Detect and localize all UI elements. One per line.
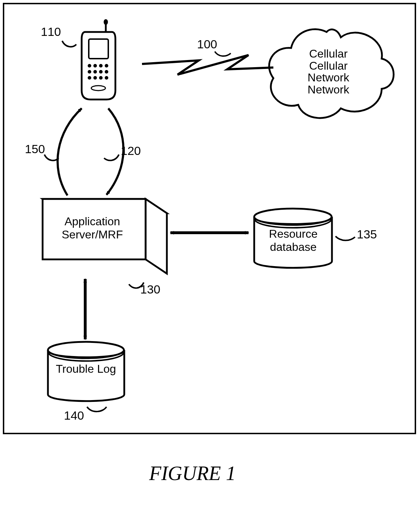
arrow-150	[58, 108, 82, 195]
svg-point-7	[105, 64, 108, 68]
svg-point-4	[88, 64, 91, 68]
label-150: 150	[25, 142, 45, 156]
app-server-text: Application Server/MRF	[46, 215, 138, 241]
label-120: 120	[121, 144, 141, 158]
cloud-text: Cellular Cellular Network Network	[289, 48, 367, 96]
svg-point-6	[99, 64, 103, 68]
svg-rect-3	[89, 39, 108, 59]
diagram-canvas: 110 100 150 120 130 135 140 Application …	[0, 0, 420, 517]
leader-135	[336, 236, 355, 241]
leader-110	[62, 41, 76, 47]
label-100: 100	[197, 37, 217, 51]
label-140: 140	[64, 409, 84, 422]
svg-point-12	[88, 76, 91, 80]
svg-point-10	[99, 70, 103, 74]
label-130: 130	[140, 282, 160, 296]
leader-140	[87, 407, 107, 411]
mobile-phone-icon	[82, 19, 115, 99]
svg-point-5	[93, 64, 97, 68]
svg-point-2	[104, 19, 108, 25]
leader-120	[104, 155, 119, 161]
figure-caption: FIGURE 1	[149, 462, 236, 485]
leader-150	[44, 155, 59, 161]
trouble-log-text: Trouble Log	[50, 362, 121, 376]
svg-point-15	[105, 76, 108, 80]
svg-point-14	[99, 76, 103, 80]
resource-db-text: Resource database	[258, 227, 329, 254]
svg-point-8	[88, 70, 91, 74]
svg-point-11	[105, 70, 108, 74]
signal-bolt-icon	[142, 55, 273, 75]
svg-marker-18	[146, 199, 167, 274]
leader-100	[215, 52, 231, 56]
label-135: 135	[357, 227, 377, 241]
svg-point-9	[93, 70, 97, 74]
svg-point-13	[93, 76, 97, 80]
label-110: 110	[41, 25, 61, 39]
